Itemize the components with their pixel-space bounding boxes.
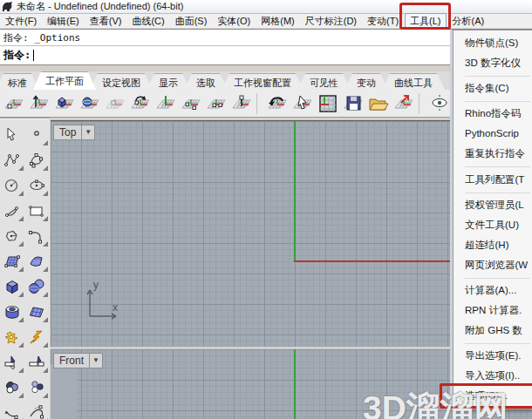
control-point-curve-icon[interactable] <box>25 150 48 171</box>
menu-curve[interactable]: 曲线(C) <box>127 14 168 29</box>
open-cplane-file-icon[interactable] <box>366 91 390 115</box>
layer-icon[interactable] <box>25 377 48 398</box>
adjust-end-bulge-icon[interactable] <box>1 402 24 419</box>
cplane-previous-icon[interactable] <box>103 91 126 115</box>
tab-transform[interactable]: 变动 <box>344 73 388 90</box>
cplane-to-object-icon[interactable] <box>52 91 76 115</box>
object-properties-icon[interactable] <box>1 377 24 398</box>
tab-set-view[interactable]: 设定视图 <box>90 73 153 90</box>
tools-menu-hyperlink[interactable]: 超连结(H) <box>454 235 532 255</box>
fillet-curve-icon[interactable] <box>25 226 48 247</box>
y-axis-line <box>294 121 296 261</box>
cplane-vertical-icon[interactable] <box>229 91 253 115</box>
z-axis-line <box>294 349 296 419</box>
command-prompt-label: 指令: <box>3 48 31 63</box>
cplane-z-axis-icon[interactable] <box>27 91 51 115</box>
tools-menu-toolbar-layout[interactable]: 工具列配置(T <box>454 170 532 190</box>
cplane-3point-icon[interactable] <box>179 91 202 115</box>
tools-menu-import-options[interactable]: 导入选项(I).. <box>454 366 532 386</box>
polyline-icon[interactable] <box>1 150 24 171</box>
tools-menu-options[interactable]: 选项(O)... <box>454 386 532 406</box>
cplane-origin-icon[interactable] <box>2 91 25 115</box>
tools-menu-pythonscript[interactable]: PythonScrip <box>454 124 532 144</box>
circle-icon[interactable] <box>1 175 24 196</box>
menu-bar: 文件(F) 编辑(E) 查看(V) 曲线(C) 曲面(S) 实体(O) 网格(M… <box>0 14 532 29</box>
tab-viewport-layout[interactable]: 工作视窗配置 <box>222 73 304 90</box>
tools-menu-export-options[interactable]: 导出选项(E). <box>454 346 532 366</box>
show-cplane-icon[interactable] <box>427 91 451 115</box>
cplane-to-sphere-icon[interactable] <box>78 91 101 115</box>
select-cplane-icon[interactable] <box>290 91 314 115</box>
cplane-rotate-icon[interactable] <box>128 91 152 115</box>
menu-mesh[interactable]: 网格(M) <box>256 14 299 29</box>
tab-standard[interactable]: 标准 <box>0 73 39 90</box>
viewport-top-title: Top <box>54 125 81 139</box>
chevron-down-icon[interactable]: ▼ <box>81 125 94 139</box>
tab-visibility[interactable]: 可见性 <box>297 73 351 90</box>
trim-icon[interactable] <box>1 352 24 373</box>
tab-display[interactable]: 显示 <box>147 73 190 90</box>
cplane-elevation-icon[interactable] <box>153 91 177 115</box>
tools-menu-file-utilities[interactable]: 文件工具(U) <box>454 215 532 235</box>
viewport-front-margin <box>51 364 77 419</box>
tools-menu-3d-digitizer[interactable]: 3D 数字化仪 <box>454 53 532 73</box>
svg-text:y: y <box>93 279 99 291</box>
menu-analyze[interactable]: 分析(A) <box>448 14 489 29</box>
save-cplane-icon[interactable] <box>341 91 365 115</box>
undo-cplane-change-icon[interactable] <box>265 91 289 115</box>
svg-text:x: x <box>113 301 118 314</box>
sphere-icon[interactable] <box>25 276 48 297</box>
tools-dropdown-menu: 物件锁点(S) 3D 数字化仪 指令集(C) Rhino指令码 PythonSc… <box>453 30 532 409</box>
tools-menu-rhinoscript[interactable]: Rhino指令码 <box>454 104 532 124</box>
surface-icon[interactable] <box>1 251 24 272</box>
viewport-front-label[interactable]: Front ▼ <box>53 353 103 368</box>
tools-menu-web-browser[interactable]: 网页浏览器(W <box>454 255 532 275</box>
tools-menu-commands[interactable]: 指令集(C) <box>454 78 532 98</box>
menu-edit[interactable]: 编辑(E) <box>43 14 84 29</box>
tab-select[interactable]: 选取 <box>184 73 228 90</box>
handlebar-curve-icon[interactable] <box>25 402 48 419</box>
tools-menu-rpn-calculator[interactable]: RPN 计算器. <box>454 301 532 321</box>
tab-curve-tools[interactable]: 曲线工具 <box>382 73 445 90</box>
arc-icon[interactable] <box>1 200 24 221</box>
menu-solid[interactable]: 实体(O) <box>213 14 255 29</box>
menu-file[interactable]: 文件(F) <box>1 14 41 29</box>
rhino-app-icon <box>2 1 13 12</box>
chevron-down-icon[interactable]: ▼ <box>89 354 102 368</box>
ellipse-icon[interactable] <box>25 175 48 196</box>
tools-menu-license-manager[interactable]: 授权管理员(L <box>454 195 532 215</box>
menu-tools[interactable]: 工具(L) <box>405 13 446 30</box>
tab-cplane[interactable]: 工作平面 <box>33 71 96 90</box>
title-bar: 未命名 - Undefined (Undefined) (64-bit) <box>0 0 532 14</box>
text-cursor <box>33 50 34 61</box>
red-annotation-options <box>440 383 532 409</box>
select-pointer-icon[interactable] <box>1 125 24 145</box>
cplane-x-axis-icon[interactable] <box>204 91 228 115</box>
tools-menu-repeat-command[interactable]: 重复执行指令 <box>454 144 532 164</box>
tools-menu-object-snap[interactable]: 物件锁点(S) <box>454 33 532 53</box>
polygon-icon[interactable] <box>1 226 24 247</box>
tools-menu-ghs-data[interactable]: 附加 GHS 数 <box>454 321 532 341</box>
toolbar-separator <box>419 93 424 114</box>
point-icon[interactable] <box>25 125 48 145</box>
grid-options-icon[interactable] <box>316 91 339 115</box>
remote-cplane-icon[interactable] <box>392 91 415 115</box>
viewport-front-title: Front <box>54 354 89 368</box>
viewport-top-label[interactable]: Top ▼ <box>53 125 95 140</box>
menu-surface[interactable]: 曲面(S) <box>171 14 212 29</box>
tools-menu-calculator[interactable]: 计算器(A)... <box>454 280 532 301</box>
menu-transform[interactable]: 变动(T) <box>363 14 403 29</box>
menu-dimension[interactable]: 尺寸标注(D) <box>301 14 361 29</box>
cylinder-icon[interactable] <box>1 301 24 322</box>
box-icon[interactable] <box>1 276 24 297</box>
explode-icon[interactable] <box>25 327 48 348</box>
menu-view[interactable]: 查看(V) <box>85 14 126 29</box>
main-tool-palette <box>0 118 50 419</box>
boolean-icon[interactable] <box>1 327 24 348</box>
cplane-axis-indicator: y x <box>81 278 121 321</box>
rectangle-icon[interactable] <box>25 200 48 221</box>
surface-patch-icon[interactable] <box>25 251 48 272</box>
mesh-icon[interactable] <box>25 301 48 322</box>
toolbar-separator <box>256 93 262 114</box>
split-icon[interactable] <box>25 352 48 373</box>
